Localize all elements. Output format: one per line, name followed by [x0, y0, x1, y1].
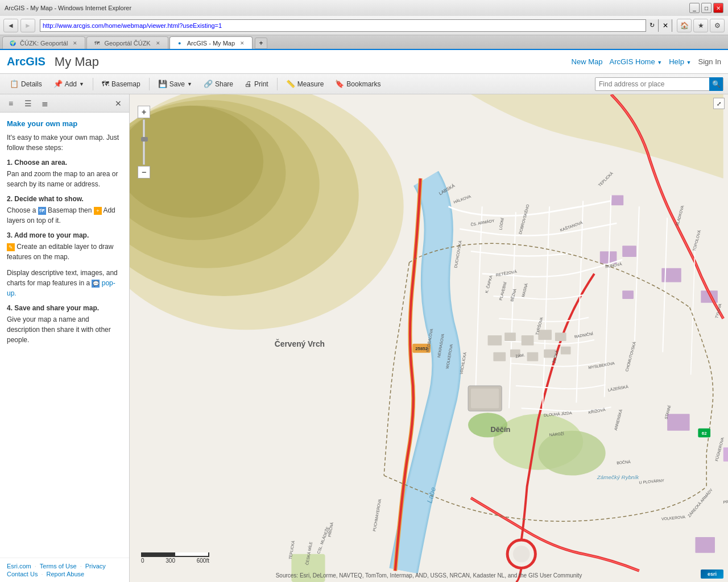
- svg-rect-16: [611, 196, 624, 206]
- basemap-inline-icon: 🗺: [38, 207, 46, 215]
- help-link[interactable]: Help ▼: [669, 57, 691, 66]
- tools-button[interactable]: ⚙: [710, 19, 725, 32]
- main-content: ≡ ☰ ≣ ✕ Make your own map It's easy to m…: [0, 94, 728, 582]
- add-arrow-icon: ▼: [79, 81, 84, 87]
- tab-close-cuzk[interactable]: ✕: [71, 39, 79, 47]
- svg-rect-28: [493, 352, 506, 361]
- svg-rect-24: [504, 332, 516, 341]
- privacy-link[interactable]: Privacy: [85, 563, 106, 569]
- esri-logo-box: esri: [701, 569, 723, 579]
- step-3-text-b: Display descriptive text, images, and ch…: [7, 268, 122, 298]
- print-button[interactable]: 🖨 Print: [239, 77, 274, 92]
- scale-label-mid: 300: [166, 558, 175, 564]
- scale-labels: 0 300 600ft: [141, 558, 209, 564]
- svg-rect-32: [561, 347, 571, 355]
- terms-link[interactable]: Terms of Use: [40, 563, 77, 569]
- sidebar-view-icon-2[interactable]: ☰: [20, 97, 35, 110]
- tab-close-geoportal[interactable]: ✕: [154, 39, 162, 47]
- step-2-heading: 2. Decide what to show.: [7, 195, 122, 203]
- map-area[interactable]: 25852: [130, 94, 728, 582]
- sidebar-close-button[interactable]: ✕: [111, 97, 126, 110]
- share-button[interactable]: 🔗 Share: [198, 77, 238, 92]
- address-bar[interactable]: http://www.arcgis.com/home/webmap/viewer…: [40, 19, 672, 32]
- step-2: 2. Decide what to show. Choose a 🗺 Decid…: [7, 195, 122, 226]
- sign-in-link[interactable]: Sign In: [698, 57, 721, 66]
- svg-rect-13: [667, 414, 689, 431]
- save-button[interactable]: 💾 Save ▼: [153, 77, 197, 92]
- zoom-in-button[interactable]: +: [138, 106, 150, 118]
- esri-link[interactable]: Esri.com: [7, 563, 31, 569]
- header-nav: New Map ArcGIS Home ▼ Help ▼ Sign In: [572, 57, 721, 66]
- svg-rect-30: [527, 352, 539, 361]
- map-expand-button[interactable]: ⤢: [713, 98, 725, 109]
- sidebar-heading[interactable]: Make your own map: [7, 119, 122, 128]
- svg-rect-25: [522, 335, 534, 346]
- maximize-button[interactable]: □: [701, 3, 712, 13]
- home-nav-button[interactable]: 🏠: [677, 19, 692, 32]
- details-icon: 📋: [10, 80, 19, 88]
- step-1: 1. Choose an area. Pan and zoom the map …: [7, 159, 122, 189]
- svg-rect-10: [622, 246, 636, 257]
- esri-logo: esri: [701, 569, 723, 579]
- browser-nav-icons: 🏠 ★ ⚙: [677, 19, 725, 32]
- scale-line: [141, 552, 209, 557]
- add-button[interactable]: 📌 Add ▼: [48, 77, 89, 92]
- toolbar-sep-2: [149, 78, 150, 90]
- zoom-handle[interactable]: [141, 137, 148, 142]
- scale-label-left: 0: [141, 558, 144, 564]
- new-tab-button[interactable]: +: [255, 38, 267, 49]
- address-search-button[interactable]: ✕: [658, 19, 672, 32]
- arcgis-home-arrow-icon: ▼: [657, 60, 662, 65]
- forward-button[interactable]: ►: [20, 19, 35, 32]
- app-logo: ArcGIS: [7, 55, 46, 68]
- toolbar-right: 🔍: [595, 77, 723, 91]
- step-1-text: Pan and zoom the map to an area or searc…: [7, 169, 122, 189]
- tab-geoportal[interactable]: 🗺 Geoportál ČÚZK ✕: [86, 36, 168, 49]
- toolbar-sep-1: [93, 78, 93, 90]
- edit-inline-icon: ✎: [7, 243, 15, 251]
- app-container: ArcGIS My Map New Map ArcGIS Home ▼ Help…: [0, 50, 728, 582]
- save-arrow-icon: ▼: [187, 81, 192, 87]
- report-link[interactable]: Report Abuse: [46, 571, 84, 577]
- arcgis-home-link[interactable]: ArcGIS Home ▼: [609, 57, 662, 66]
- search-submit-button[interactable]: 🔍: [709, 77, 723, 91]
- step-2-text: Choose a 🗺 Decide what to show.Basemap t…: [7, 205, 122, 226]
- measure-button[interactable]: 📏 Measure: [281, 77, 329, 92]
- zoom-out-button[interactable]: −: [138, 166, 150, 178]
- popup-link[interactable]: 💬 pop-up.: [7, 279, 115, 297]
- tab-close-arcgis[interactable]: ✕: [238, 39, 246, 47]
- basemap-button[interactable]: 🗺 Basemap: [97, 77, 146, 92]
- scale-label-right: 600ft: [197, 558, 209, 564]
- tab-label-arcgis: ArcGIS - My Map: [187, 40, 235, 47]
- search-box: 🔍: [595, 77, 723, 91]
- scale-bar: 0 300 600ft: [141, 552, 209, 564]
- back-button[interactable]: ◄: [3, 19, 18, 32]
- details-button[interactable]: 📋 Details: [5, 77, 47, 92]
- favorites-button[interactable]: ★: [693, 19, 708, 32]
- svg-text:PROVAZNÍČKA: PROVAZNÍČKA: [723, 497, 728, 504]
- tab-label-geoportal: Geoportál ČÚZK: [104, 40, 150, 47]
- add-inline-icon: +: [94, 207, 102, 215]
- attribution: Sources: Esri, DeLorme, NAVTEQ, TomTom, …: [276, 572, 582, 579]
- refresh-button[interactable]: ↻: [646, 19, 658, 32]
- step-3: 3. Add more to your map. ✎ Create an edi…: [7, 231, 122, 298]
- browser-title-text: ArcGIS - My Map - Windows Internet Explo…: [5, 5, 687, 11]
- sidebar-view-icon-3[interactable]: ≣: [38, 97, 52, 110]
- new-map-link[interactable]: New Map: [572, 57, 603, 66]
- tab-arcgis[interactable]: ● ArcGIS - My Map ✕: [169, 36, 253, 49]
- step-4: 4. Save and share your map. Give your ma…: [7, 304, 122, 345]
- svg-text:Červený Vrch: Červený Vrch: [275, 339, 325, 348]
- print-icon: 🖨: [245, 80, 252, 88]
- tab-cuzk-geo[interactable]: 🌍 ČÚZK: Geoportál ✕: [2, 36, 85, 49]
- share-icon: 🔗: [204, 80, 213, 88]
- contact-link[interactable]: Contact Us: [7, 571, 38, 577]
- close-button[interactable]: ✕: [713, 3, 723, 13]
- footer-links: Esri.com · Terms of Use · Privacy: [7, 563, 122, 569]
- bookmarks-button[interactable]: 🔖 Bookmarks: [330, 77, 386, 92]
- sidebar-view-icon-1[interactable]: ≡: [3, 97, 18, 110]
- search-input[interactable]: [595, 80, 709, 88]
- sidebar: ≡ ☰ ≣ ✕ Make your own map It's easy to m…: [0, 94, 130, 582]
- zoom-track[interactable]: [143, 119, 145, 165]
- minimize-button[interactable]: _: [689, 3, 700, 13]
- tab-favicon-arcgis: ●: [176, 39, 184, 47]
